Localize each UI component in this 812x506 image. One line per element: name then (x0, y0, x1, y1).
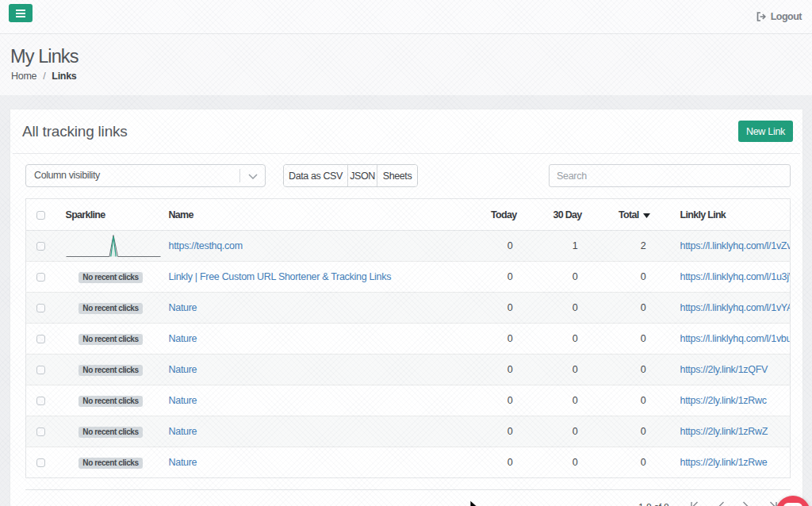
row-checkbox[interactable] (36, 242, 45, 251)
sparkline-cell: No recent clicks (59, 416, 163, 447)
link-name[interactable]: https://testhq.com (169, 240, 243, 251)
export-json-button[interactable]: JSON (347, 165, 377, 186)
hamburger-icon (16, 10, 25, 17)
table-row: No recent clicks Linkly | Free Custom UR… (26, 262, 791, 293)
card-header-divider (13, 153, 800, 154)
name-cell: Nature (163, 447, 484, 478)
linkly-link[interactable]: https://l.linklyhq.com/l/1u3jW (680, 271, 791, 282)
tracking-links-card: All tracking links New Link Column visib… (10, 109, 803, 506)
new-link-button[interactable]: New Link (738, 121, 793, 142)
link-name[interactable]: Nature (169, 364, 197, 375)
header-linkly-link[interactable]: Linkly Link (652, 199, 791, 231)
name-cell: Nature (163, 355, 484, 385)
table-row: https://testhq.com 0 1 2 https://l.linkl… (26, 231, 791, 262)
link-name[interactable]: Nature (169, 395, 197, 406)
row-checkbox[interactable] (36, 366, 45, 374)
30day-cell: 0 (519, 447, 584, 478)
row-checkbox[interactable] (36, 397, 45, 405)
linkly-link[interactable]: https://l.linklyhq.com/l/1vbu (680, 333, 791, 344)
no-recent-clicks-badge: No recent clicks (79, 303, 142, 314)
linkly-link[interactable]: https://2ly.link/1zRwZ (680, 426, 768, 437)
links-table: Sparkline Name Today 30 Day Total Linkly… (25, 198, 791, 478)
today-cell: 0 (484, 262, 519, 293)
logout-icon (756, 12, 766, 21)
linkly-link[interactable]: https://l.linklyhq.com/l/1vYA (680, 302, 791, 313)
link-name[interactable]: Linkly | Free Custom URL Shortener & Tra… (169, 271, 392, 282)
mouse-cursor (469, 500, 479, 506)
select-all-checkbox[interactable] (36, 211, 45, 220)
name-cell: Nature (163, 324, 484, 355)
total-cell: 0 (584, 262, 652, 293)
sparkline-cell: No recent clicks (59, 324, 163, 355)
link-name[interactable]: Nature (169, 302, 197, 313)
linkly-link[interactable]: https://2ly.link/1zRwe (680, 457, 768, 468)
link-name[interactable]: Nature (169, 426, 197, 437)
today-cell: 0 (484, 416, 519, 447)
table-footer: 1-8 of 8 (10, 490, 802, 506)
logout-button[interactable]: Logout (756, 0, 802, 33)
column-visibility-select[interactable]: Column visibility (25, 164, 266, 187)
table-row: No recent clicks Nature 0 0 0 https://2l… (26, 355, 791, 385)
search-input[interactable] (549, 164, 791, 187)
linkly-link-cell: https://l.linklyhq.com/l/1vZv (652, 231, 791, 262)
sort-desc-icon (643, 213, 650, 218)
breadcrumb-home[interactable]: Home (11, 71, 36, 82)
table-row: No recent clicks Nature 0 0 0 https://2l… (26, 385, 791, 416)
row-checkbox[interactable] (36, 335, 45, 343)
sparkline-cell: No recent clicks (59, 293, 163, 324)
page-title: My Links (10, 47, 79, 66)
row-checkbox[interactable] (36, 304, 45, 312)
name-cell: Nature (163, 385, 484, 416)
pagination-previous-icon[interactable] (716, 500, 727, 506)
linkly-link-cell: https://l.linklyhq.com/l/1u3jW (652, 262, 791, 293)
total-cell: 0 (584, 385, 652, 416)
name-cell: https://testhq.com (163, 231, 484, 262)
30day-cell: 0 (519, 293, 584, 324)
breadcrumb-separator: / (43, 71, 45, 82)
header-name[interactable]: Name (163, 199, 484, 231)
total-cell: 0 (584, 447, 652, 478)
linkly-link[interactable]: https://l.linklyhq.com/l/1vZv (680, 240, 791, 251)
no-recent-clicks-badge: No recent clicks (79, 334, 142, 345)
logout-label: Logout (771, 11, 802, 22)
today-cell: 0 (484, 324, 519, 355)
today-cell: 0 (484, 355, 519, 385)
today-cell: 0 (484, 385, 519, 416)
sparkline-cell: No recent clicks (59, 385, 163, 416)
pagination-next-icon[interactable] (740, 500, 751, 506)
linkly-app: Logout My Links Home / Links All trackin… (0, 0, 812, 506)
row-checkbox[interactable] (36, 427, 45, 436)
header-today[interactable]: Today (484, 199, 519, 231)
no-recent-clicks-badge: No recent clicks (79, 427, 142, 438)
breadcrumb-current: Links (52, 71, 76, 82)
header-sparkline[interactable]: Sparkline (59, 199, 163, 231)
sparkline-cell (59, 231, 163, 262)
chat-icon (783, 503, 802, 506)
pagination-first-icon[interactable] (689, 500, 700, 506)
linkly-link[interactable]: https://2ly.link/1zQFV (680, 364, 768, 375)
sparkline-chart (66, 234, 161, 258)
header-total[interactable]: Total (584, 199, 652, 231)
breadcrumb: Home / Links (11, 71, 77, 82)
header-30day[interactable]: 30 Day (519, 199, 584, 231)
link-name[interactable]: Nature (169, 333, 197, 344)
pagination-range-label: 1-8 of 8 (638, 502, 668, 506)
table-controls: Column visibility Data as CSV JSON Sheet… (25, 164, 791, 187)
no-recent-clicks-badge: No recent clicks (79, 396, 142, 407)
30day-cell: 0 (519, 416, 584, 447)
row-checkbox[interactable] (36, 458, 45, 467)
link-name[interactable]: Nature (169, 457, 197, 468)
menu-toggle-button[interactable] (9, 4, 33, 22)
row-checkbox[interactable] (36, 273, 45, 282)
table-row: No recent clicks Nature 0 0 0 https://2l… (26, 416, 791, 447)
total-cell: 0 (584, 355, 652, 385)
today-cell: 0 (484, 231, 519, 262)
export-sheets-button[interactable]: Sheets (377, 165, 417, 186)
total-cell: 0 (584, 324, 652, 355)
no-recent-clicks-badge: No recent clicks (79, 458, 142, 469)
linkly-link-cell: https://l.linklyhq.com/l/1vYA (652, 293, 791, 324)
linkly-link[interactable]: https://2ly.link/1zRwc (680, 395, 767, 406)
30day-cell: 0 (519, 324, 584, 355)
table-row: No recent clicks Nature 0 0 0 https://l.… (26, 293, 791, 324)
export-csv-button[interactable]: Data as CSV (284, 165, 347, 186)
